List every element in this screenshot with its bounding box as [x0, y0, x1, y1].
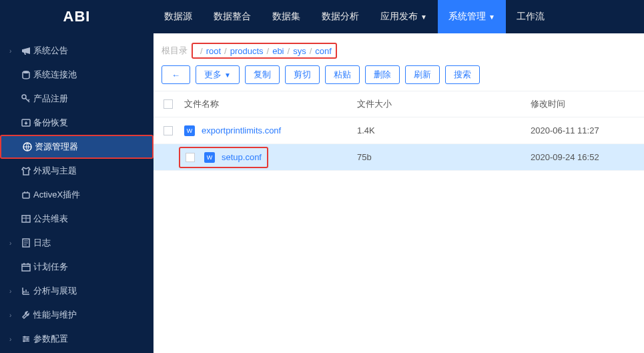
sidebar-item-7[interactable]: 公共维表 — [0, 207, 153, 231]
breadcrumb-segment[interactable]: root — [206, 46, 221, 56]
sidebar-item-10[interactable]: ›分析与展现 — [0, 279, 153, 303]
file-name[interactable]: exportprintlimits.conf — [202, 125, 281, 135]
megaphone-icon — [19, 45, 33, 56]
svg-point-9 — [27, 338, 29, 340]
paste-button[interactable]: 粘贴 — [325, 65, 360, 84]
file-size: 75b — [357, 152, 531, 162]
sidebar-item-5[interactable]: 外观与主题 — [0, 159, 153, 183]
breadcrumb-segment[interactable]: ebi — [272, 46, 284, 56]
table-row[interactable]: Wexportprintlimits.conf1.4K2020-06-11 11… — [153, 117, 644, 144]
topnav-item-1[interactable]: 数据整合 — [203, 0, 262, 33]
table-header: 文件名称 文件大小 修改时间 — [153, 91, 644, 117]
sidebar-item-2[interactable]: 产品注册 — [0, 87, 153, 111]
back-button[interactable]: ← — [162, 65, 190, 84]
file-time: 2020-06-11 11:27 — [531, 125, 644, 135]
top-nav: 数据源数据整合数据集数据分析应用发布▼系统管理▼工作流 — [153, 0, 555, 33]
header-size[interactable]: 文件大小 — [357, 98, 531, 110]
row-checkbox[interactable] — [164, 126, 173, 135]
svg-rect-7 — [22, 264, 30, 271]
log-icon — [19, 238, 33, 248]
header-time[interactable]: 修改时间 — [531, 98, 644, 110]
topnav-item-5[interactable]: 系统管理▼ — [438, 0, 506, 33]
svg-point-0 — [23, 71, 29, 73]
sidebar-item-9[interactable]: 计划任务 — [0, 255, 153, 279]
copy-button[interactable]: 复制 — [245, 65, 280, 84]
header-name[interactable]: 文件名称 — [183, 98, 357, 110]
file-name[interactable]: setup.conf — [222, 152, 262, 162]
key-icon — [19, 93, 33, 104]
calendar-icon — [19, 262, 33, 272]
app-logo: ABI — [0, 8, 153, 25]
sidebar-item-3[interactable]: 备份恢复 — [0, 111, 153, 135]
topnav-item-3[interactable]: 数据分析 — [311, 0, 370, 33]
search-button[interactable]: 搜索 — [445, 65, 480, 84]
main-content: 根目录 /root/products/ebi/sys/conf ← 更多▼ 复制… — [153, 33, 644, 353]
toolbar: ← 更多▼ 复制 剪切 粘贴 删除 刷新 搜索 — [153, 65, 644, 91]
sidebar: ›系统公告系统连接池产品注册备份恢复资源管理器外观与主题ActiveX插件公共维… — [0, 33, 153, 353]
db-icon — [19, 69, 33, 80]
table-icon — [19, 214, 33, 224]
svg-point-10 — [23, 340, 25, 342]
wrench-icon — [19, 310, 33, 320]
breadcrumb-root[interactable]: 根目录 — [162, 45, 188, 57]
cut-button[interactable]: 剪切 — [285, 65, 320, 84]
select-all-checkbox[interactable] — [164, 99, 173, 109]
globe-icon — [20, 141, 35, 152]
more-button[interactable]: 更多▼ — [196, 65, 240, 84]
backup-icon — [19, 117, 33, 128]
file-icon: W — [204, 152, 215, 163]
breadcrumb-segment[interactable]: sys — [293, 46, 306, 56]
file-icon: W — [184, 125, 195, 136]
table-row[interactable]: Wsetup.conf75b2020-09-24 16:52 — [153, 144, 644, 171]
svg-rect-4 — [23, 193, 29, 198]
sidebar-item-0[interactable]: ›系统公告 — [0, 39, 153, 63]
sidebar-item-6[interactable]: ActiveX插件 — [0, 183, 153, 207]
sidebar-item-11[interactable]: ›性能与维护 — [0, 303, 153, 327]
plugin-icon — [19, 190, 33, 200]
sidebar-item-12[interactable]: ›参数配置 — [0, 327, 153, 351]
breadcrumb-segment[interactable]: conf — [315, 46, 332, 56]
breadcrumb: 根目录 /root/products/ebi/sys/conf — [153, 33, 644, 65]
sidebar-item-8[interactable]: ›日志 — [0, 231, 153, 255]
file-size: 1.4K — [357, 125, 531, 135]
sidebar-item-4[interactable]: 资源管理器 — [0, 135, 153, 159]
topnav-item-4[interactable]: 应用发布▼ — [370, 0, 438, 33]
file-table: 文件名称 文件大小 修改时间 Wexportprintlimits.conf1.… — [153, 91, 644, 171]
topnav-item-0[interactable]: 数据源 — [153, 0, 203, 33]
chart-icon — [19, 286, 33, 296]
topnav-item-2[interactable]: 数据集 — [262, 0, 311, 33]
topnav-item-6[interactable]: 工作流 — [506, 0, 555, 33]
breadcrumb-segment[interactable]: products — [230, 46, 264, 56]
svg-point-8 — [24, 336, 26, 338]
sidebar-item-1[interactable]: 系统连接池 — [0, 63, 153, 87]
file-time: 2020-09-24 16:52 — [531, 152, 644, 162]
sliders-icon — [19, 334, 33, 344]
row-checkbox[interactable] — [186, 153, 195, 162]
delete-button[interactable]: 删除 — [365, 65, 400, 84]
shirt-icon — [19, 165, 33, 176]
refresh-button[interactable]: 刷新 — [405, 65, 440, 84]
